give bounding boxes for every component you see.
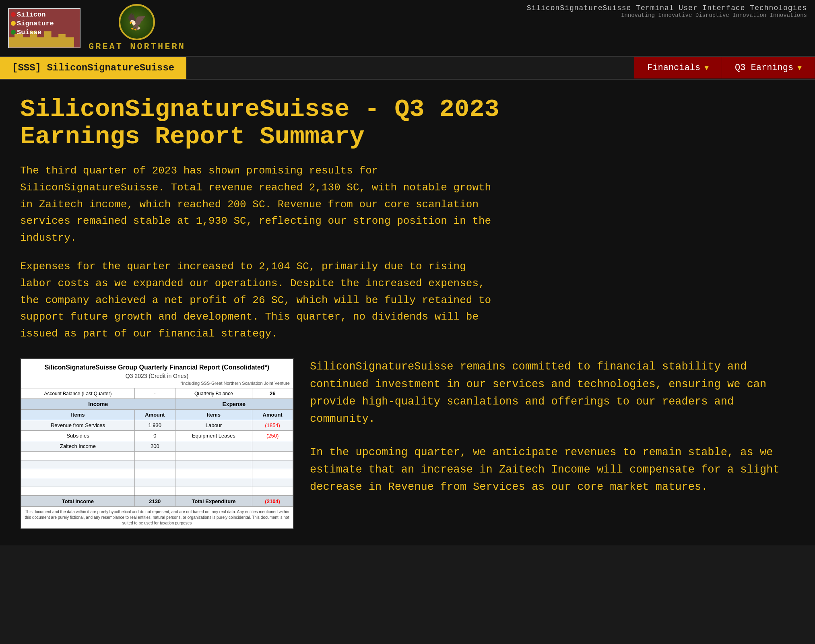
navbar-items: Financials ▼ Q3 Earnings ▼ — [634, 57, 815, 78]
fin-expense-amount-1: (1854) — [252, 420, 293, 431]
navbar-q3earnings[interactable]: Q3 Earnings ▼ — [722, 57, 815, 78]
fin-row-2: Subsidies 0 Equipment Leases (250) — [21, 431, 293, 441]
fin-balance-row: Account Balance (Last Quarter) - Quarter… — [21, 388, 293, 399]
fin-total-income-label: Total Income — [21, 496, 135, 507]
sss-line2: Signature — [17, 20, 54, 27]
sss-logo: Silicon Signature Suisse — [8, 8, 80, 48]
header-right: SiliconSignatureSuisse Terminal User Int… — [527, 4, 807, 19]
financial-table-wrapper: SiliconSignatureSuisse Group Quarterly F… — [20, 358, 294, 529]
fin-income-amount-1: 1,930 — [134, 420, 175, 431]
two-column-section: SiliconSignatureSuisse Group Quarterly F… — [20, 358, 795, 529]
navbar: [SSS] SiliconSignatureSuisse Financials … — [0, 57, 815, 80]
fin-income-header: Income — [21, 399, 175, 410]
fin-total-row: Total Income 2130 Total Expenditure (210… — [21, 496, 293, 507]
navbar-brand: [SSS] SiliconSignatureSuisse — [0, 57, 186, 79]
fin-items-col2: Items — [175, 410, 252, 420]
fin-disclaimer: This document and the data within it are… — [21, 507, 293, 528]
fin-expense-item-3 — [175, 441, 252, 452]
fin-income-amount-3: 200 — [134, 441, 175, 452]
fin-expense-header: Expense — [175, 399, 293, 410]
fin-row-1: Revenue from Services 1,930 Labour (1854… — [21, 420, 293, 431]
financial-table-column: SiliconSignatureSuisse Group Quarterly F… — [20, 358, 294, 529]
fin-total-expense-label: Total Expenditure — [175, 496, 252, 507]
fin-expense-amount-2: (250) — [252, 431, 293, 441]
header: Silicon Signature Suisse 🦅 GREAT — [0, 0, 815, 57]
fin-total-income-value: 2130 — [134, 496, 175, 507]
fin-row-4 — [21, 452, 293, 460]
financials-arrow: ▼ — [704, 64, 709, 72]
fin-quarterly-value: 26 — [252, 388, 293, 399]
gn-emblem-icon: 🦅 — [127, 12, 147, 32]
fin-row-6 — [21, 469, 293, 478]
fin-expense-amount-3 — [252, 441, 293, 452]
fin-table-subtitle: Q3 2023 (Credit in Ones) — [21, 373, 293, 381]
fin-total-expense-value: (2104) — [252, 496, 293, 507]
sss-line3: Suisse — [17, 29, 41, 36]
fin-subheader-row: Items Amount Items Amount — [21, 410, 293, 420]
fin-header-row: Income Expense — [21, 399, 293, 410]
fin-row-8 — [21, 487, 293, 496]
financials-label: Financials — [647, 63, 700, 73]
gn-emblem: 🦅 — [119, 4, 155, 40]
right-text-column: SiliconSignatureSuisse remains committed… — [310, 358, 795, 496]
fin-table-footnote-header: *Including SSS-Great Northern Scanlation… — [21, 381, 293, 388]
main-content: SiliconSignatureSuisse - Q3 2023 Earning… — [0, 80, 815, 545]
fin-table: Account Balance (Last Quarter) - Quarter… — [21, 388, 293, 507]
fin-table-title: SiliconSignatureSuisse Group Quarterly F… — [21, 359, 293, 373]
fin-income-item-2: Subsidies — [21, 431, 135, 441]
fin-balance-label: Account Balance (Last Quarter) — [21, 388, 135, 399]
page-title: SiliconSignatureSuisse - Q3 2023 Earning… — [20, 96, 795, 151]
intro-paragraph: The third quarter of 2023 has shown prom… — [20, 163, 503, 246]
fin-income-item-3: Zaitech Income — [21, 441, 135, 452]
q3earnings-arrow: ▼ — [797, 64, 802, 72]
fin-balance-sep: - — [134, 388, 175, 399]
fin-row-5 — [21, 460, 293, 469]
gn-text: GREAT NORTHERN — [89, 42, 186, 52]
header-right-subtitle: Innovating Innovative Disruptive Innovat… — [527, 12, 807, 19]
q3earnings-label: Q3 Earnings — [735, 63, 793, 73]
gn-logo: 🦅 GREAT NORTHERN — [89, 4, 186, 52]
page-title-line1: SiliconSignatureSuisse - Q3 2023 — [20, 96, 795, 123]
fin-expense-item-2: Equipment Leases — [175, 431, 252, 441]
body-paragraph: Expenses for the quarter increased to 2,… — [20, 258, 503, 342]
navbar-financials[interactable]: Financials ▼ — [634, 57, 722, 78]
fin-income-amount-2: 0 — [134, 431, 175, 441]
right-paragraph-1: SiliconSignatureSuisse remains committed… — [310, 358, 795, 428]
sss-line1: Silicon — [17, 11, 45, 19]
fin-row-7 — [21, 478, 293, 487]
header-right-title: SiliconSignatureSuisse Terminal User Int… — [527, 4, 807, 12]
fin-income-item-1: Revenue from Services — [21, 420, 135, 431]
fin-quarterly-label: Quarterly Balance — [175, 388, 252, 399]
logo-area: Silicon Signature Suisse 🦅 GREAT — [8, 4, 186, 52]
right-paragraph-2: In the upcoming quarter, we anticipate r… — [310, 444, 795, 496]
page-title-line2: Earnings Report Summary — [20, 123, 795, 151]
fin-amount-col1: Amount — [134, 410, 175, 420]
fin-expense-item-1: Labour — [175, 420, 252, 431]
fin-row-3: Zaitech Income 200 — [21, 441, 293, 452]
fin-items-col1: Items — [21, 410, 135, 420]
fin-amount-col2: Amount — [252, 410, 293, 420]
